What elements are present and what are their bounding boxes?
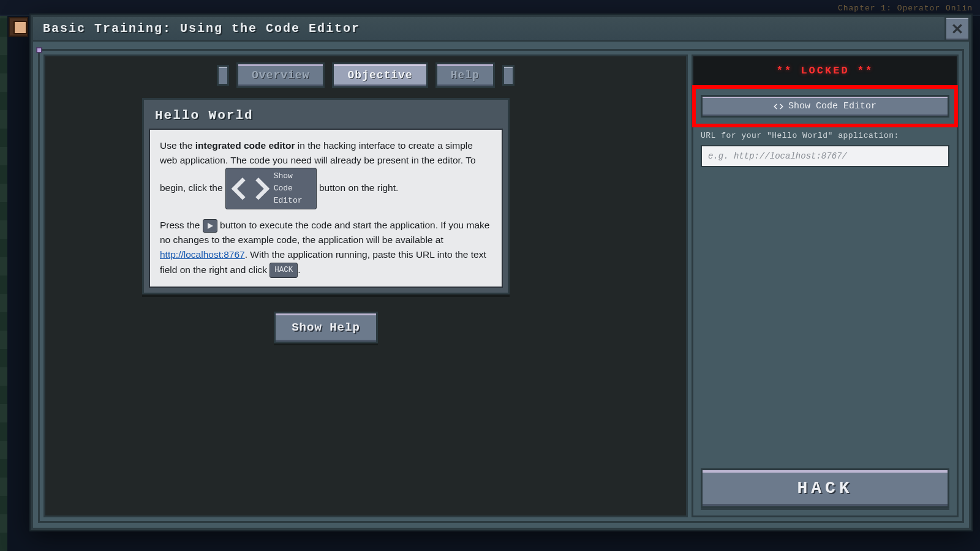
tab-overview[interactable]: Overview	[236, 62, 325, 88]
right-spacer	[693, 167, 957, 461]
localhost-link[interactable]: http://localhost:8767	[160, 249, 245, 260]
url-input-wrap	[693, 145, 957, 167]
tab-help[interactable]: Help	[435, 62, 495, 88]
map-left-sliver	[0, 16, 7, 551]
url-field-label: URL for your "Hello World" application:	[693, 127, 957, 145]
show-code-editor-highlight: Show Code Editor	[692, 85, 958, 127]
hack-button[interactable]: HACK	[701, 468, 949, 508]
chapter-label: Chapter 1: Operator Onlin	[838, 4, 973, 13]
tab-row: Overview Objective Help	[217, 62, 514, 88]
corner-decoration	[36, 47, 42, 53]
close-icon	[951, 23, 963, 35]
play-icon	[206, 222, 214, 230]
inline-show-code-editor-chip: Show Code Editor	[225, 168, 317, 209]
inline-play-chip	[203, 219, 217, 233]
close-button[interactable]	[944, 16, 970, 42]
inline-hack-chip: HACK	[270, 263, 298, 278]
modal-body: Overview Objective Help Hello World Use …	[38, 49, 964, 523]
show-code-editor-button[interactable]: Show Code Editor	[701, 95, 949, 118]
training-modal: Basic Training: Using the Code Editor Ov…	[31, 15, 971, 530]
objective-paragraph-1: Use the integrated code editor in the ha…	[160, 138, 492, 209]
code-icon	[231, 176, 270, 202]
right-pane: ** LOCKED ** Show Code Editor URL for yo…	[692, 54, 959, 517]
left-pane: Overview Objective Help Hello World Use …	[43, 54, 688, 517]
show-code-editor-label: Show Code Editor	[788, 101, 876, 111]
tab-bracket-left	[217, 65, 229, 86]
code-icon	[774, 102, 783, 111]
top-bar	[0, 0, 980, 16]
player-avatar	[9, 17, 28, 37]
modal-titlebar: Basic Training: Using the Code Editor	[33, 17, 969, 42]
tab-bracket-right	[502, 65, 514, 86]
objective-body: Use the integrated code editor in the ha…	[149, 129, 503, 288]
objective-paragraph-2: Press the button to execute the code and…	[160, 218, 492, 278]
objective-card: Hello World Use the integrated code edit…	[142, 98, 510, 294]
url-input[interactable]	[701, 145, 949, 167]
modal-title: Basic Training: Using the Code Editor	[43, 21, 360, 36]
locked-indicator: ** LOCKED **	[693, 56, 957, 85]
objective-heading: Hello World	[144, 100, 508, 129]
tab-objective[interactable]: Objective	[332, 62, 428, 88]
show-help-button[interactable]: Show Help	[274, 312, 378, 343]
